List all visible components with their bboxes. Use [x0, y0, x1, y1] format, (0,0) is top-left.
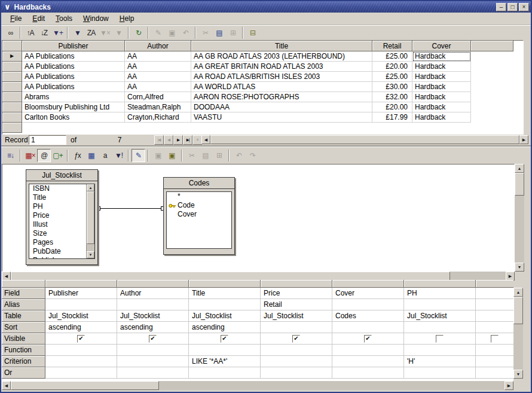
minimize-button[interactable]: –: [496, 3, 506, 11]
record-horizontal-scrollbar[interactable]: ◀ ▶: [201, 135, 528, 144]
scroll-thumb[interactable]: [87, 191, 94, 244]
query-cell-table[interactable]: Jul_Stocklist: [404, 310, 476, 322]
scroll-track[interactable]: [11, 381, 505, 390]
scroll-left-button[interactable]: ◀: [2, 381, 11, 390]
scroll-up-button[interactable]: ▲: [513, 288, 523, 297]
field-item[interactable]: Price: [29, 211, 94, 220]
column-header-publisher[interactable]: Publisher: [22, 41, 125, 51]
query-cell-table[interactable]: Jul_Stocklist: [189, 310, 261, 322]
query-cell-sort[interactable]: [261, 322, 332, 333]
cell[interactable]: Carlton Books: [22, 112, 125, 123]
join-line[interactable]: [100, 208, 161, 209]
menu-tools[interactable]: Tools: [50, 13, 78, 24]
query-cell-alias[interactable]: [404, 299, 476, 310]
cell[interactable]: Abrams: [22, 92, 125, 102]
query-cell-sort[interactable]: [404, 322, 476, 333]
query-cell-criterion[interactable]: LIKE '*AA*': [189, 356, 261, 367]
query-cell-function[interactable]: [332, 345, 404, 356]
scroll-right-button[interactable]: ▶: [519, 135, 528, 144]
row-header[interactable]: [2, 72, 22, 82]
field-item[interactable]: PubDate: [29, 247, 94, 256]
scroll-left-button[interactable]: ◀: [201, 135, 210, 144]
edit-query-button[interactable]: ✎: [132, 149, 145, 162]
query-column-header[interactable]: [476, 280, 513, 288]
cell[interactable]: AA Publications: [22, 72, 125, 82]
query-cell-sort[interactable]: ascending: [45, 322, 117, 333]
field-item[interactable]: Illust: [29, 220, 94, 229]
cell[interactable]: Steadman,Ralph: [125, 102, 191, 112]
sort-ascending-button[interactable]: ↑A: [23, 26, 37, 39]
query-cell-or[interactable]: [117, 367, 189, 379]
query-cell-alias[interactable]: [332, 299, 404, 310]
row-header[interactable]: ▶: [2, 51, 22, 62]
design-horizontal-scrollbar[interactable]: ◀ ▶: [2, 272, 515, 281]
cell[interactable]: AA Publications: [22, 51, 125, 62]
query-cell-field[interactable]: Cover: [332, 288, 404, 299]
query-cell-criterion[interactable]: [117, 356, 189, 367]
query-column-header[interactable]: [45, 280, 117, 288]
cell[interactable]: Hardback: [412, 72, 471, 82]
query-cell-or[interactable]: [45, 367, 117, 379]
column-header-empty[interactable]: [471, 41, 513, 51]
visible-checkbox[interactable]: ✔: [77, 335, 85, 343]
cell[interactable]: DOODAAA: [191, 102, 372, 112]
cell[interactable]: Bloomsbury Publishing Ltd: [22, 102, 125, 112]
query-cell-field[interactable]: Price: [261, 288, 332, 299]
table-window-codes[interactable]: Codes*CodeCover: [163, 177, 235, 255]
query-cell-field[interactable]: PH: [404, 288, 476, 299]
sort-order-button[interactable]: ZA: [84, 26, 98, 39]
column-header-cover[interactable]: Cover: [412, 41, 471, 51]
cell[interactable]: AA: [125, 51, 191, 62]
sort-descending-button[interactable]: ↓Z: [37, 26, 51, 39]
query-cell-alias[interactable]: [117, 299, 189, 310]
cell[interactable]: AA: [125, 62, 191, 72]
record-number-input[interactable]: [29, 135, 66, 145]
query-cell-function[interactable]: [117, 345, 189, 356]
row-header[interactable]: [2, 112, 22, 123]
row-header[interactable]: [2, 62, 22, 72]
query-cell-alias[interactable]: [45, 299, 117, 310]
standard-filter-button[interactable]: ▼: [71, 26, 84, 39]
cell[interactable]: £17.99: [372, 112, 412, 123]
row-header[interactable]: [2, 123, 22, 133]
query-cell-criterion[interactable]: [476, 356, 513, 367]
field-item[interactable]: Size: [29, 229, 94, 238]
query-column-header[interactable]: [332, 280, 404, 288]
visible-checkbox[interactable]: [491, 335, 499, 343]
row-header[interactable]: [2, 82, 22, 92]
scroll-track[interactable]: [87, 191, 94, 251]
last-record-button[interactable]: ▶|: [183, 135, 192, 145]
cell[interactable]: Corn,Alfred: [125, 92, 191, 102]
scroll-thumb[interactable]: [515, 173, 524, 196]
field-item[interactable]: Publisher: [29, 256, 94, 259]
cell[interactable]: £25.00: [372, 72, 412, 82]
query-cell-function[interactable]: [476, 345, 513, 356]
scroll-thumb[interactable]: [11, 272, 450, 281]
cell[interactable]: £30.00: [372, 82, 412, 92]
column-header-retail[interactable]: Retail: [372, 41, 412, 51]
cell[interactable]: Hardback: [412, 62, 471, 72]
field-item[interactable]: ISBN: [29, 184, 94, 193]
query-cell-table[interactable]: [476, 310, 513, 322]
design-vertical-scrollbar[interactable]: ▲ ▼: [515, 164, 524, 272]
cell[interactable]: AA Publications: [22, 82, 125, 92]
query-column-header[interactable]: [404, 280, 476, 288]
scroll-right-button[interactable]: ▶: [505, 381, 513, 390]
cell[interactable]: £20.00: [372, 102, 412, 112]
query-cell-field[interactable]: Title: [189, 288, 261, 299]
cell[interactable]: Crayton,Richard: [125, 112, 191, 123]
row-header[interactable]: [2, 92, 22, 102]
cell[interactable]: AARON ROSE:PHOTOGRAPHS: [191, 92, 372, 102]
menu-window[interactable]: Window: [78, 13, 114, 24]
visible-checkbox[interactable]: ✔: [221, 335, 228, 343]
query-cell-table[interactable]: Jul_Stocklist: [261, 310, 332, 322]
grid-corner-cell[interactable]: [2, 41, 22, 51]
field-list-scrollbar[interactable]: ▲▼: [86, 184, 94, 258]
query-cell-function[interactable]: [404, 345, 476, 356]
query-cell-table[interactable]: Jul_Stocklist: [117, 310, 189, 322]
next-record-button[interactable]: ▶: [173, 135, 183, 145]
table-window-jul_stocklist[interactable]: Jul_StocklistISBNTitlePHPriceIllustSizeP…: [26, 169, 98, 265]
copy-button[interactable]: ▤: [212, 26, 226, 39]
query-cell-alias[interactable]: [476, 299, 513, 310]
alias-button[interactable]: a: [98, 149, 112, 162]
